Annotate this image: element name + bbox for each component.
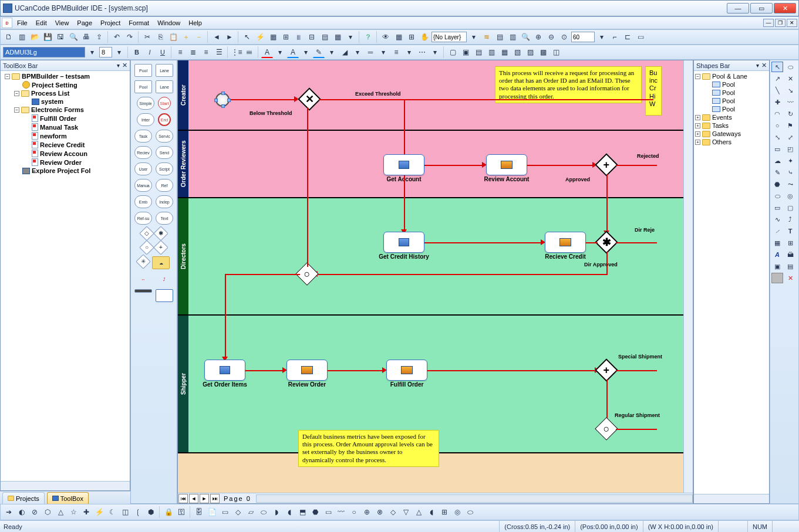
pin-icon[interactable]: ▾ — [756, 62, 759, 69]
h-scrollbar[interactable] — [256, 494, 693, 503]
font-dropdown[interactable]: ▾ — [86, 46, 98, 58]
cut-button[interactable]: ✂ — [141, 31, 153, 43]
shape-direct[interactable]: ⬭ — [464, 506, 476, 518]
tab-projects[interactable]: Projects — [2, 492, 45, 504]
stencil-manual[interactable]: Manua — [134, 179, 152, 192]
shape-cube[interactable]: ◫ — [119, 506, 131, 518]
pin-icon[interactable]: ▾ — [117, 62, 120, 69]
layers3-button[interactable]: ▥ — [507, 31, 518, 43]
numbering-button[interactable]: ⩸ — [244, 46, 255, 58]
shape-card[interactable]: ▭ — [322, 506, 334, 518]
border6-button[interactable]: ▨ — [524, 46, 536, 58]
start-event[interactable] — [215, 93, 230, 107]
stencil-conn-h[interactable]: ↔ — [134, 273, 152, 286]
layer-dropdown[interactable]: ▾ — [468, 31, 480, 43]
underline-button[interactable]: U — [157, 46, 168, 58]
zoom-100-button[interactable]: ⊕ — [532, 31, 544, 43]
tree-eforms[interactable]: − Electronic Forms — [2, 106, 129, 114]
mdi-restore[interactable]: ❐ — [775, 19, 785, 27]
shape-sort[interactable]: ◇ — [387, 506, 399, 518]
annotation-3[interactable]: Default business metrics have been expos… — [298, 430, 439, 467]
shape-term[interactable]: ⬭ — [258, 506, 269, 518]
fit-button[interactable]: ▭ — [635, 31, 646, 43]
edge[interactable] — [616, 429, 657, 430]
task-get-items[interactable]: Get Order Items — [204, 360, 245, 381]
menu-help[interactable]: Help — [185, 18, 205, 28]
tool-ring[interactable]: ◎ — [784, 191, 796, 201]
stencil-end[interactable]: End — [158, 113, 171, 126]
shape-seq[interactable]: ◎ — [451, 506, 463, 518]
menu-file[interactable]: File — [14, 18, 31, 28]
run-button[interactable]: ⚡ — [254, 31, 266, 43]
tree-form-recieve[interactable]: Recieve Credit — [2, 140, 129, 149]
grid2-button[interactable]: ▦ — [393, 31, 404, 43]
tool-ellipse[interactable]: ○ — [771, 120, 783, 131]
tree-form-review-order[interactable]: Review Order — [2, 158, 129, 167]
shape-tape[interactable]: 〰 — [335, 506, 347, 518]
edge[interactable] — [225, 275, 226, 360]
v-scrollbar[interactable] — [683, 60, 693, 493]
project-tree[interactable]: − BPMBuilder – testsam Project Setting −… — [1, 71, 130, 481]
undo-button[interactable]: ↶ — [111, 31, 123, 43]
edge[interactable] — [424, 165, 483, 166]
tree-root[interactable]: − BPMBuilder – testsam — [2, 72, 129, 80]
shape-intern[interactable]: ⊞ — [439, 506, 450, 518]
shape-delay[interactable]: ◗ — [271, 506, 282, 518]
tool-callout[interactable]: ▭ — [771, 144, 783, 154]
edge[interactable] — [616, 242, 657, 243]
shapes-events[interactable]: +Events — [695, 113, 768, 121]
tool-layers[interactable]: ▤ — [784, 261, 796, 272]
task-review-order[interactable]: Review Order — [286, 360, 328, 381]
menu-view[interactable]: View — [52, 18, 73, 28]
tree-project-setting[interactable]: Project Setting — [2, 80, 129, 89]
zoom-out-button[interactable]: 🔍 — [520, 31, 531, 43]
ruler-button[interactable]: ⌐ — [609, 31, 621, 43]
line-style-dd[interactable]: ▾ — [377, 46, 389, 58]
tool-roundrect[interactable]: ▢ — [784, 202, 796, 213]
tool-image[interactable]: 🏔 — [784, 249, 796, 260]
stencil-user[interactable]: User — [134, 162, 152, 175]
print-button[interactable]: 🖶 — [80, 31, 92, 43]
stencil-pool[interactable]: Pool — [134, 64, 152, 77]
swimlane-button[interactable]: ▦ — [267, 31, 279, 43]
shapes-gateways[interactable]: +Gateways — [695, 130, 768, 138]
tool-node[interactable]: ↗ — [771, 73, 783, 84]
tool-oval[interactable]: ⬭ — [771, 191, 783, 201]
line-weight-button[interactable]: ≡ — [390, 46, 402, 58]
shape-display[interactable]: ◖ — [284, 506, 295, 518]
tool-conn1[interactable]: ⤡ — [771, 132, 783, 143]
help-button[interactable]: ？ — [362, 31, 374, 43]
align-button[interactable]: ⫼ — [293, 31, 305, 43]
snap-button[interactable]: ▤ — [319, 31, 331, 43]
font-color-dd[interactable]: ▾ — [274, 46, 286, 58]
stencil-emb[interactable]: Emb — [134, 195, 152, 208]
page-prev[interactable]: ◄ — [189, 494, 198, 503]
shape-hex[interactable]: ⬡ — [42, 506, 53, 518]
align-justify-button[interactable]: ☰ — [213, 46, 225, 58]
stencil-start[interactable]: Start — [158, 97, 171, 110]
menu-format[interactable]: Format — [125, 18, 153, 28]
shape-merge[interactable]: ▽ — [400, 506, 412, 518]
stencil-ref[interactable]: Ref — [156, 179, 173, 192]
view-button[interactable]: 👁 — [380, 31, 392, 43]
shape-arrow-r[interactable]: ➔ — [3, 506, 15, 518]
menu-edit[interactable]: Edit — [32, 18, 50, 28]
stencil-bar[interactable] — [134, 289, 152, 293]
tool-rect[interactable]: ▭ — [771, 202, 783, 213]
tool-table[interactable]: ▦ — [771, 238, 783, 248]
print-preview-button[interactable]: 🔍 — [68, 31, 79, 43]
edge[interactable] — [606, 252, 608, 274]
shape-moon[interactable]: ☾ — [106, 506, 118, 518]
edge[interactable] — [231, 99, 295, 100]
layout-button[interactable]: ⊞ — [280, 31, 292, 43]
tool-cloud[interactable]: ☁ — [771, 155, 783, 166]
stencil-indep[interactable]: Indep — [156, 195, 173, 208]
zoom-in-button[interactable]: ⊖ — [545, 31, 557, 43]
h-scrollbar[interactable] — [694, 494, 769, 503]
stencil-script[interactable]: Script — [156, 162, 173, 175]
shape-cylinder[interactable]: ⬢ — [145, 506, 157, 518]
stencil-blob[interactable]: ☁ — [152, 256, 170, 269]
shapes-pool[interactable]: Pool — [695, 97, 768, 105]
edge[interactable] — [527, 165, 595, 166]
border4-button[interactable]: ▦ — [498, 46, 510, 58]
